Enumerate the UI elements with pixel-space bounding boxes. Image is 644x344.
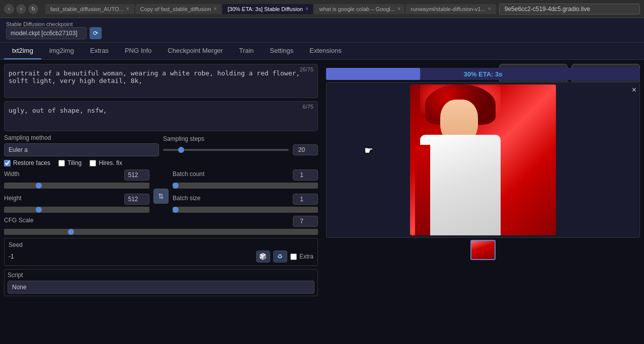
seed-container: Seed 🎲 ♻ Extra [4, 238, 318, 266]
tab-4-close[interactable]: × [397, 6, 400, 12]
width-group: Width [4, 169, 149, 189]
sampling-method-label: Sampling method [4, 134, 159, 141]
thumbnail-strip [326, 238, 640, 262]
progress-text: 30% ETA: 3s [463, 70, 502, 78]
positive-prompt-input[interactable] [5, 64, 317, 96]
cursor: ☛ [364, 144, 373, 156]
tiling-checkbox[interactable]: Tiling [58, 159, 82, 166]
progress-bar-container: 30% ETA: 3s [326, 68, 640, 80]
height-label-row: Height [4, 194, 149, 205]
seed-label: Seed [9, 241, 313, 248]
tab-checkpoint-merger[interactable]: Checkpoint Merger [159, 43, 231, 59]
batch-size-group: Batch size [173, 194, 318, 213]
tab-txt2img[interactable]: txt2img [4, 43, 41, 59]
tab-png-info[interactable]: PNG Info [117, 43, 159, 59]
batch-size-input[interactable] [293, 194, 318, 205]
forward-btn[interactable]: › [16, 4, 26, 14]
right-panel: Interrupt Skip ✓ 🗑 🔴 🟠 📋 Styles ⟳ [322, 60, 644, 344]
tab-settings[interactable]: Settings [262, 43, 301, 59]
address-bar[interactable] [499, 4, 640, 15]
checkboxes-row: Restore faces Tiling Hires. fix [4, 159, 318, 166]
batch-count-slider[interactable] [173, 183, 318, 189]
script-container: Script None [4, 269, 318, 296]
restore-faces-checkbox[interactable]: Restore faces [4, 159, 50, 166]
sampling-steps-row [163, 144, 318, 155]
thumbnail-1[interactable] [470, 240, 496, 260]
main-layout: 26/75 6/75 Sampling method Euler a Sampl… [0, 60, 644, 344]
tab-extras[interactable]: Extras [82, 43, 117, 59]
batch-size-label-row: Batch size [173, 194, 318, 205]
height-label: Height [4, 195, 22, 202]
tab-3-label: [30% ETA: 3s] Stable Diffusion [227, 6, 302, 12]
cfg-group: CFG Scale [4, 216, 318, 235]
seed-input[interactable] [9, 253, 253, 260]
positive-counter: 26/75 [299, 66, 313, 72]
extra-checkbox[interactable]: Extra [290, 253, 313, 260]
browser-chrome: ‹ › ↻ fast_stable_diffusion_AUTO... × Co… [0, 0, 644, 18]
tab-img2img[interactable]: img2img [41, 43, 82, 59]
width-slider[interactable] [4, 183, 149, 189]
swap-dimensions-btn[interactable]: ⇅ [153, 189, 169, 204]
nav-tabs: txt2img img2img Extras PNG Info Checkpoi… [0, 43, 644, 60]
dims-batch-row: Width Height ⇅ [4, 169, 318, 213]
progress-bar-fill [326, 68, 420, 80]
tab-4[interactable]: what is google colab – Googl... × [314, 4, 405, 14]
negative-prompt-container: 6/75 [4, 101, 318, 131]
tab-extensions[interactable]: Extensions [301, 43, 350, 59]
height-slider[interactable] [4, 207, 149, 213]
close-image-btn[interactable]: × [632, 85, 636, 95]
tab-2[interactable]: Copy of fast_stable_diffusion × [135, 4, 222, 14]
seed-dice-btn[interactable]: 🎲 [256, 250, 270, 263]
tab-3-close[interactable]: × [305, 6, 308, 12]
tab-train[interactable]: Train [231, 43, 262, 59]
reload-btn[interactable]: ↻ [28, 4, 38, 14]
tab-5-close[interactable]: × [488, 6, 491, 12]
seed-recycle-btn[interactable]: ♻ [273, 250, 287, 263]
cfg-slider[interactable] [4, 229, 318, 235]
hires-fix-checkbox[interactable]: Hires. fix [90, 159, 122, 166]
sampling-steps-slider[interactable] [163, 149, 289, 151]
tab-4-label: what is google colab – Googl... [319, 6, 394, 12]
script-label: Script [8, 272, 314, 279]
checkpoint-select[interactable]: model.ckpt [cc6cb27103] [6, 27, 87, 39]
cfg-input[interactable] [293, 216, 318, 227]
negative-counter: 6/75 [303, 104, 313, 110]
tab-1-close[interactable]: × [126, 6, 129, 12]
checkpoint-label: Stable Diffusion checkpoint [6, 21, 102, 27]
batch-count-label-row: Batch count [173, 169, 318, 181]
batch-size-slider[interactable] [173, 207, 318, 213]
positive-prompt-container: 26/75 [4, 64, 318, 98]
sampling-method-select[interactable]: Euler a [4, 143, 159, 156]
script-select[interactable]: None [8, 281, 314, 294]
sampling-steps-label: Sampling steps [163, 135, 318, 142]
tab-2-label: Copy of fast_stable_diffusion [140, 6, 211, 12]
cfg-label: CFG Scale [4, 217, 34, 224]
seed-inner: 🎲 ♻ Extra [9, 250, 313, 263]
batch-count-group: Batch count [173, 169, 318, 189]
thumb-1-inner [471, 241, 495, 259]
image-display: × ☛ [326, 82, 640, 238]
tab-5[interactable]: runwayml/stable-diffusion-v1... × [406, 4, 496, 14]
batch-count-input[interactable] [293, 169, 318, 181]
robe [420, 135, 501, 235]
sampling-steps-group: Sampling steps [163, 135, 318, 155]
back-btn[interactable]: ‹ [4, 4, 14, 14]
tab-2-close[interactable]: × [214, 6, 217, 12]
batch-size-label: Batch size [173, 195, 200, 202]
tab-1-label: fast_stable_diffusion_AUTO... [50, 6, 124, 12]
checkpoint-section: Stable Diffusion checkpoint model.ckpt [… [6, 21, 102, 39]
tab-1[interactable]: fast_stable_diffusion_AUTO... × [45, 4, 134, 14]
sampling-steps-input[interactable] [293, 144, 318, 155]
batch-count-label: Batch count [173, 170, 204, 178]
extra-label: Extra [299, 253, 313, 260]
checkpoint-refresh-btn[interactable]: ⟳ [90, 27, 102, 39]
sampling-method-group: Sampling method Euler a [4, 134, 159, 156]
tab-3[interactable]: [30% ETA: 3s] Stable Diffusion × [222, 4, 313, 14]
height-input[interactable] [124, 194, 149, 205]
browser-tabs: fast_stable_diffusion_AUTO... × Copy of … [45, 4, 496, 14]
browser-controls: ‹ › ↻ [4, 4, 38, 14]
top-bar: Stable Diffusion checkpoint model.ckpt [… [0, 18, 644, 43]
width-input[interactable] [124, 169, 149, 181]
negative-prompt-input[interactable] [5, 102, 317, 129]
tab-5-label: runwayml/stable-diffusion-v1... [411, 6, 485, 12]
